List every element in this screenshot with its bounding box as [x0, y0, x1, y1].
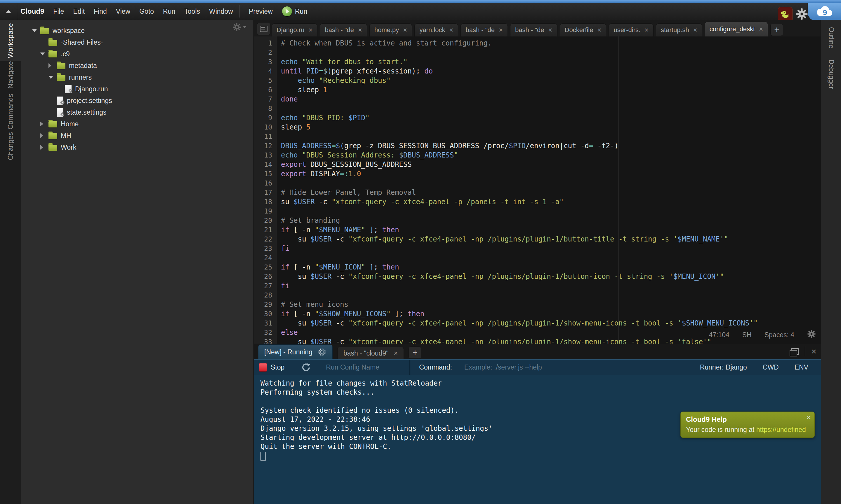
debug-duck-icon[interactable]: [778, 7, 792, 22]
tree-item-project-settings[interactable]: project.settings: [21, 95, 254, 106]
tab-close-icon[interactable]: ×: [308, 26, 312, 34]
tree-item-state-settings[interactable]: state.settings: [21, 106, 254, 118]
stop-icon[interactable]: [259, 363, 267, 372]
indent-setting[interactable]: Spaces: 4: [765, 331, 794, 339]
cursor-position[interactable]: 47:104: [709, 331, 729, 339]
tab-close-icon[interactable]: ×: [394, 349, 398, 357]
sidebar-item-changes[interactable]: Changes: [0, 129, 21, 164]
settings-gear-icon[interactable]: [795, 7, 808, 20]
tab-close-icon[interactable]: ×: [403, 26, 407, 34]
sidebar-item-navigate[interactable]: Navigate: [0, 57, 21, 92]
editor-tab-home-py[interactable]: home.py×: [370, 23, 412, 36]
editor-tab-bash-de[interactable]: bash - "de×: [320, 23, 367, 36]
chevron-right-icon[interactable]: [40, 122, 49, 126]
editor-tab-configure-deskt[interactable]: configure_deskt×: [705, 22, 768, 36]
code-editor[interactable]: 1234567891011121314151617181920212223242…: [254, 36, 821, 344]
menu-item-goto[interactable]: Goto: [139, 7, 154, 16]
terminal-line: [260, 397, 493, 406]
line-number: 33: [254, 337, 277, 344]
folder-icon: [49, 121, 57, 127]
code-line: # Set branding: [281, 216, 821, 225]
menu-item-file[interactable]: File: [53, 7, 64, 16]
line-number: 32: [254, 328, 277, 337]
tab-close-icon[interactable]: ×: [449, 26, 453, 34]
help-popup-close-icon[interactable]: ×: [807, 413, 811, 422]
chevron-down-icon[interactable]: [40, 53, 49, 55]
folder-icon: [49, 133, 57, 139]
chevron-right-icon[interactable]: [40, 133, 49, 138]
tree-item-workspace[interactable]: workspace: [21, 25, 254, 36]
chevron-right-icon[interactable]: [40, 145, 49, 150]
tree-item--shared-files-[interactable]: -Shared Files-: [21, 36, 254, 48]
tree-item-django-run[interactable]: Django.run: [21, 83, 254, 95]
editor-tab-bash-de[interactable]: bash - "de×: [510, 23, 557, 36]
chevron-down-icon[interactable]: [49, 76, 57, 79]
tree-item-home[interactable]: Home: [21, 118, 254, 130]
sidebar-item-commands[interactable]: Commands: [0, 94, 21, 129]
menu-item-view[interactable]: View: [116, 7, 130, 16]
runner-selector[interactable]: Runner: Django: [700, 363, 747, 371]
cwd-button[interactable]: CWD: [763, 363, 779, 371]
run-config-name-input[interactable]: Run Config Name: [326, 363, 399, 371]
editor-tab-bash-de[interactable]: bash - "de×: [461, 23, 508, 36]
tab-label: Dockerfile: [565, 26, 594, 34]
run-button[interactable]: Run: [282, 3, 307, 20]
line-number: 27: [254, 281, 277, 290]
collapse-menubar-button[interactable]: [0, 3, 17, 20]
tab-close-icon[interactable]: ×: [499, 26, 503, 34]
menu-item-edit[interactable]: Edit: [73, 7, 85, 16]
editor-tab-user-dirs-[interactable]: user-dirs.×: [608, 23, 654, 36]
menu-item-tools[interactable]: Tools: [184, 7, 200, 16]
menu-item-run[interactable]: Run: [163, 7, 175, 16]
tree-item-mh[interactable]: MH: [21, 130, 254, 142]
code-line: su $USER -c "xfconf-query -c xfce4-panel…: [281, 319, 821, 328]
console-tab--new-running[interactable]: [New] - Running: [258, 344, 332, 359]
editor-settings-gear-icon[interactable]: [807, 329, 816, 340]
restart-icon[interactable]: [302, 362, 311, 372]
tab-close-icon[interactable]: ×: [358, 26, 362, 34]
tree-item-work[interactable]: Work: [21, 142, 254, 153]
preview-menu[interactable]: Preview: [249, 3, 273, 20]
editor-tab-dockerfile[interactable]: Dockerfile×: [560, 23, 606, 36]
editor-tab-yarn-lock[interactable]: yarn.lock×: [414, 23, 458, 36]
sidebar-item-workspace[interactable]: Workspace: [0, 20, 21, 61]
syntax-mode[interactable]: SH: [742, 331, 752, 339]
menu-item-window[interactable]: Window: [209, 7, 233, 16]
tab-close-icon[interactable]: ×: [597, 26, 601, 34]
editor-tab-startup-sh[interactable]: startup.sh×: [656, 23, 702, 36]
tab-label: yarn.lock: [419, 26, 445, 34]
maximize-icon[interactable]: [791, 348, 799, 355]
app-brand[interactable]: Cloud9: [20, 7, 44, 16]
tree-item-metadata[interactable]: metadata: [21, 60, 254, 71]
tab-close-icon[interactable]: ×: [548, 26, 552, 34]
tree-item-label: state.settings: [67, 108, 107, 116]
console-tab-bash-cloud9-[interactable]: bash - "cloud9"×: [337, 347, 404, 359]
terminal-output[interactable]: Watching for file changes with StatReloa…: [254, 375, 821, 504]
chevron-right-icon[interactable]: [49, 63, 57, 68]
help-popup-link[interactable]: https://undefined: [756, 426, 806, 433]
tab-close-icon[interactable]: ×: [759, 26, 763, 33]
tab-label: Django.ru: [276, 26, 304, 34]
tab-list-button[interactable]: [257, 23, 270, 35]
command-label: Command:: [419, 363, 452, 371]
close-console-icon[interactable]: ×: [811, 347, 817, 356]
new-console-tab-button[interactable]: +: [409, 346, 422, 359]
command-input[interactable]: Example: ./server.js --help: [464, 363, 542, 371]
new-tab-button[interactable]: +: [770, 24, 783, 36]
sidebar-item-debugger[interactable]: Debugger: [821, 58, 841, 90]
chevron-down-icon[interactable]: [32, 29, 40, 32]
terminal-line: System check identified no issues (0 sil…: [260, 406, 493, 415]
line-number: 9: [254, 113, 277, 123]
editor-tab-django-ru[interactable]: Django.ru×: [272, 23, 317, 36]
tab-close-icon[interactable]: ×: [645, 26, 649, 34]
env-button[interactable]: ENV: [794, 363, 808, 371]
sidebar-item-outline[interactable]: Outline: [821, 25, 841, 50]
line-number: 31: [254, 319, 277, 328]
menu-item-find[interactable]: Find: [94, 7, 107, 16]
tab-close-icon[interactable]: ×: [693, 26, 697, 34]
stop-button-label[interactable]: Stop: [271, 363, 285, 371]
code-line: if [ -n "$MENU_ICON" ]; then: [281, 263, 821, 272]
tree-item--c9[interactable]: .c9: [21, 48, 254, 60]
tree-item-runners[interactable]: runners: [21, 71, 254, 83]
editor-tab-bar: Django.ru×bash - "de×home.py×yarn.lock×b…: [254, 20, 821, 36]
